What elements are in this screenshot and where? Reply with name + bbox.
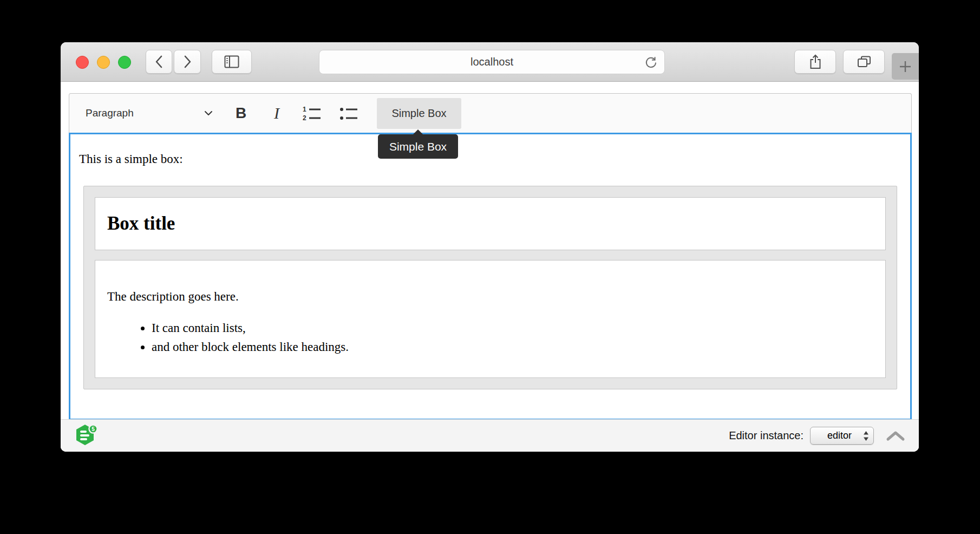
share-button[interactable] (794, 50, 836, 74)
italic-icon: I (274, 104, 279, 122)
tooltip-text: Simple Box (389, 140, 447, 153)
browser-window: localhost (61, 42, 919, 452)
bulleted-list-button[interactable] (339, 94, 358, 133)
minimize-button[interactable] (97, 56, 110, 69)
simple-box-description-field[interactable]: The description goes here. It can contai… (95, 260, 886, 378)
simple-box-widget[interactable]: Box title The description goes here. It … (83, 186, 897, 389)
bold-icon: B (236, 105, 246, 122)
forward-icon (182, 55, 192, 69)
svg-text:1: 1 (303, 106, 306, 113)
heading-dropdown[interactable]: Paragraph (86, 94, 134, 133)
address-bar[interactable]: localhost (319, 50, 665, 74)
close-button[interactable] (76, 56, 89, 69)
plus-icon (899, 60, 912, 73)
web-page: Paragraph B I 1 2 (61, 82, 919, 452)
ckeditor-logo-button[interactable]: 5 (75, 424, 99, 448)
intro-paragraph: This is a simple box: (79, 152, 901, 166)
browser-titlebar: localhost (61, 42, 919, 82)
italic-button[interactable]: I (267, 94, 286, 133)
address-bar-text: localhost (471, 56, 513, 68)
list-item: and other block elements like headings. (152, 340, 873, 354)
logo-badge-number: 5 (92, 426, 95, 432)
editor-instance-select[interactable]: editor (810, 427, 874, 445)
box-title-text: Box title (107, 213, 873, 235)
zoom-button[interactable] (118, 56, 131, 69)
bulleted-list-icon (339, 105, 358, 121)
inspector-bottom-bar: 5 Editor instance: editor (61, 419, 919, 452)
sidebar-icon (224, 55, 239, 68)
box-description-list: It can contain lists, and other block el… (107, 321, 873, 354)
box-description-text: The description goes here. (107, 290, 873, 304)
list-item: It can contain lists, (152, 321, 873, 335)
forward-button[interactable] (174, 50, 201, 74)
editor-instance-select-value: editor (816, 430, 863, 441)
ckeditor-logo-icon: 5 (75, 424, 99, 448)
simple-box-title-field[interactable]: Box title (95, 197, 886, 250)
chevron-down-icon[interactable] (204, 94, 213, 133)
numbered-list-button[interactable]: 1 2 (302, 94, 322, 133)
show-tabs-button[interactable] (843, 50, 885, 74)
heading-dropdown-label: Paragraph (86, 107, 134, 119)
bold-button[interactable]: B (232, 94, 250, 133)
select-stepper-icon (863, 431, 869, 441)
editor-content-area[interactable]: This is a simple box: Box title The desc… (69, 133, 912, 420)
chevron-up-icon (886, 430, 905, 442)
simple-box-button[interactable]: Simple Box (377, 98, 461, 129)
editor-instance-label: Editor instance: (729, 429, 803, 442)
refresh-icon[interactable] (644, 55, 658, 69)
collapse-panel-button[interactable] (886, 430, 905, 442)
sidebar-toggle-button[interactable] (212, 50, 252, 74)
simple-box-tooltip: Simple Box (378, 134, 458, 159)
simple-box-button-label: Simple Box (391, 107, 446, 120)
numbered-list-icon: 1 2 (302, 105, 322, 121)
tabs-icon (857, 55, 872, 69)
back-icon (154, 55, 164, 69)
new-tab-button[interactable] (892, 53, 919, 80)
back-button[interactable] (146, 50, 172, 74)
editor-toolbar: Paragraph B I 1 2 (69, 93, 912, 133)
share-icon (809, 54, 822, 69)
svg-text:2: 2 (303, 114, 306, 121)
